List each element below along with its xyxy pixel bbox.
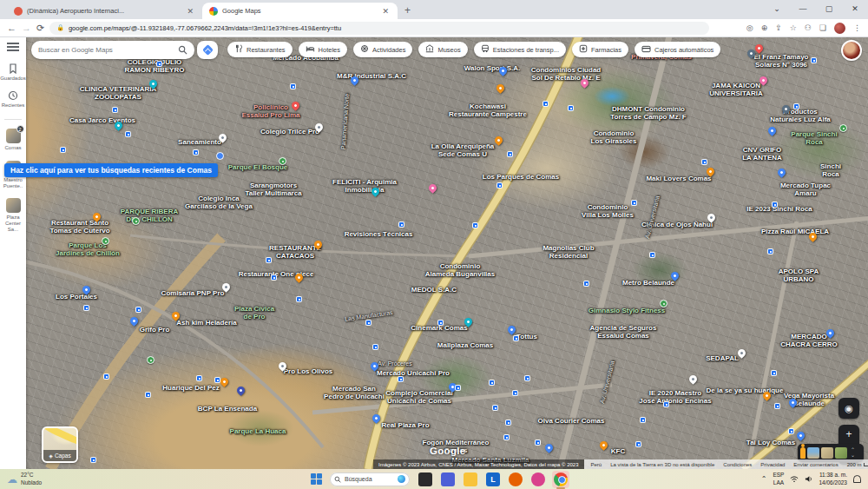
bus-stop-icon[interactable] (60, 147, 66, 153)
map-pin-hotel[interactable] (580, 78, 590, 90)
map-label[interactable]: Tottus (516, 333, 537, 340)
tab1-close-icon[interactable]: ✕ (185, 7, 195, 16)
bus-stop-icon[interactable] (296, 296, 302, 302)
tab-search-chevron-icon[interactable]: ⌄ (764, 4, 790, 13)
map-pin-service[interactable] (221, 282, 232, 294)
map-label[interactable]: CNV GRIFO LA ANTENA (742, 146, 782, 162)
bus-stop-icon[interactable] (767, 248, 773, 254)
map-label[interactable]: Complejo Comercial Unicachi de Comas (385, 389, 452, 405)
map-label[interactable]: Tai Loy Comas (746, 439, 795, 446)
map-pin-food[interactable] (494, 135, 504, 148)
map-pin-hospital[interactable] (291, 101, 301, 113)
bus-stop-icon[interactable] (811, 57, 817, 63)
bus-stop-icon[interactable] (507, 151, 513, 157)
map-pin-shop[interactable] (670, 271, 681, 283)
map-label[interactable]: La Olla Arequipeña Sede Comas U (431, 142, 495, 158)
map-pin-food[interactable] (220, 377, 230, 389)
bus-stop-icon[interactable] (505, 420, 511, 426)
map-label[interactable]: Grifo Pro (140, 326, 170, 334)
recent-search-comas[interactable]: 2Comas (0, 129, 26, 151)
map-label[interactable]: Revisiones Técnicas (345, 230, 413, 238)
extensions-icon[interactable]: ⚇ (805, 24, 812, 32)
map-pin-service[interactable] (688, 374, 699, 387)
bus-stop-icon[interactable] (398, 221, 404, 228)
bus-stop-icon[interactable] (112, 107, 118, 113)
chip-farmacias[interactable]: Farmacias (572, 42, 628, 57)
map-label[interactable]: Magnolias Club Residencial (542, 244, 594, 260)
taskbar-weather-widget[interactable]: ☁ 22°CNublado (7, 472, 42, 486)
map-label[interactable]: KFC (611, 447, 625, 455)
chip-hoteles[interactable]: Hoteles (299, 42, 347, 57)
wifi-icon[interactable] (790, 475, 799, 483)
map-label[interactable]: COLEGIO JULIO RAMON RIBEYRO (125, 58, 185, 74)
map-label[interactable]: Colegio Trilce Pro (260, 128, 319, 135)
map-pin-shop[interactable] (777, 168, 787, 180)
map-pin-park2[interactable] (660, 300, 668, 308)
tab-google-maps[interactable]: Google Maps ✕ (202, 3, 398, 19)
map-pin-food[interactable] (294, 273, 305, 285)
bus-stop-icon[interactable] (788, 428, 794, 434)
map-pin-teal[interactable] (114, 121, 124, 133)
map-label[interactable]: SEDAPAL (706, 354, 739, 362)
map-label[interactable]: Pizza Raúl MICAELA (761, 228, 829, 235)
map-label[interactable]: DHMONT Condominio Torres de Campo Mz. F (610, 105, 686, 121)
map-pin-service[interactable] (278, 361, 288, 373)
attribution-link[interactable]: Perú (591, 462, 602, 467)
map-label[interactable]: Real Plaza Pro (381, 421, 429, 429)
chip-cajeros-autom-ticos[interactable]: Cajeros automáticos (635, 42, 720, 57)
bus-stop-icon[interactable] (513, 335, 519, 341)
bus-stop-icon[interactable] (372, 344, 378, 350)
browser-profile-avatar[interactable] (834, 23, 845, 34)
map-pin-food[interactable] (92, 212, 102, 224)
map-label[interactable]: Mercado Tupac Amaru (774, 182, 837, 197)
maps-search-box[interactable]: Buscar en Google Maps (31, 41, 194, 59)
start-button[interactable] (311, 473, 323, 486)
volume-icon[interactable] (805, 475, 812, 483)
map-label[interactable]: Condominio Los Girasoles (591, 129, 637, 145)
attribution-link[interactable]: Condiciones (723, 462, 752, 467)
recent-searches-tooltip[interactable]: Haz clic aquí para ver tus búsquedas rec… (4, 163, 218, 177)
map-pin-service[interactable] (218, 133, 228, 145)
map-label[interactable]: Sarangmotors Taller Multimarca (245, 182, 301, 197)
map-pin-brief[interactable] (372, 413, 382, 426)
map-pin-park2[interactable] (279, 157, 287, 166)
map-pin-teal[interactable] (148, 79, 159, 91)
map-pin-food[interactable] (599, 440, 609, 453)
map-label[interactable]: Casa Jarco Eventos (69, 116, 135, 124)
map-label[interactable]: Parque La Huaca (230, 427, 286, 435)
map-label[interactable]: Comisaría PNP Pro (161, 289, 225, 297)
bus-stop-icon[interactable] (774, 403, 780, 409)
map-pin-brief[interactable] (350, 76, 360, 88)
map-pin-bus[interactable] (216, 152, 227, 164)
widgets-app-app[interactable] (417, 471, 434, 488)
sidebar-item-recents[interactable]: Recientes (2, 90, 25, 109)
recent-search-plaza[interactable]: Plaza Center Sa... (0, 198, 26, 234)
map-pin-shop[interactable] (370, 361, 380, 373)
attribution-link[interactable]: Privacidad (760, 462, 785, 467)
map-label[interactable]: Ash kim Heladería (176, 319, 236, 327)
bus-stop-icon[interactable] (193, 149, 199, 155)
sidebar-item-saved[interactable]: Guardados (0, 63, 26, 82)
bus-stop-icon[interactable] (635, 441, 641, 447)
bus-stop-icon[interactable] (701, 159, 707, 165)
location-icon[interactable]: ◎ (746, 24, 753, 32)
bus-stop-icon[interactable] (472, 222, 478, 228)
map-label[interactable]: JAMA KAICON UNIVERSITARIA (709, 82, 763, 97)
bus-stop-icon[interactable] (290, 83, 296, 89)
bus-stop-icon[interactable] (145, 392, 151, 398)
share-icon[interactable]: ⇪ (775, 24, 782, 32)
map-pin-teal[interactable] (464, 317, 474, 329)
map-label[interactable]: Los Parques de Comas (483, 173, 559, 181)
map-label[interactable]: Mallplaza Comas (437, 341, 493, 349)
bus-stop-icon[interactable] (771, 370, 777, 376)
bus-stop-icon[interactable] (793, 103, 799, 109)
bus-stop-icon[interactable] (524, 375, 530, 381)
map-pin-food[interactable] (762, 391, 773, 403)
map-pin-food[interactable] (171, 311, 181, 323)
chip-restaurantes[interactable]: Restaurantes (227, 42, 293, 57)
bus-stop-icon[interactable] (214, 377, 220, 383)
map-label[interactable]: Gimnasio Stylo Fitness (589, 307, 665, 314)
bus-stop-icon[interactable] (455, 385, 461, 391)
bus-stop-icon[interactable] (649, 252, 655, 258)
bus-stop-icon[interactable] (512, 390, 518, 396)
